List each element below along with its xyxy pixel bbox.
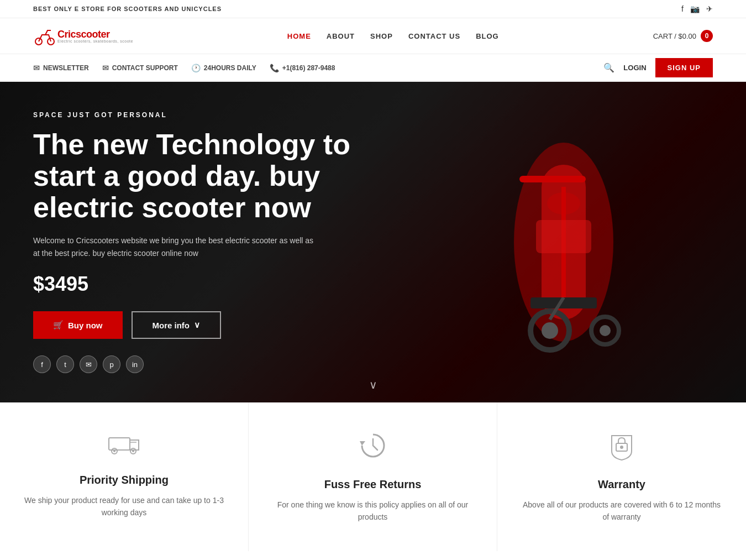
brand-name-main: Cricscooter bbox=[57, 29, 133, 39]
hero-section: SPACE JUST GOT PERSONAL The new Technolo… bbox=[0, 82, 746, 402]
hero-content: SPACE JUST GOT PERSONAL The new Technolo… bbox=[0, 111, 387, 373]
brand-name: Cricscooter Electric scooters, skateboar… bbox=[57, 29, 133, 43]
contact-support-icon: ✉ bbox=[102, 64, 109, 72]
phone-item[interactable]: 📞 +1(816) 287-9488 bbox=[270, 56, 335, 80]
contact-support-label: CONTACT SUPPORT bbox=[112, 64, 178, 72]
cart-area[interactable]: CART / $0.00 0 bbox=[653, 30, 713, 42]
hero-social-icons: f t ✉ p in bbox=[33, 355, 354, 373]
feature-returns: Fuss Free Returns For one thing we know … bbox=[249, 402, 497, 551]
svg-point-7 bbox=[542, 322, 558, 339]
share-linkedin-icon[interactable]: in bbox=[126, 355, 144, 373]
sub-nav-right: 🔍 LOGIN SIGN UP bbox=[603, 58, 713, 77]
search-button[interactable]: 🔍 bbox=[603, 62, 614, 73]
newsletter-item[interactable]: ✉ NEWSLETTER bbox=[33, 56, 89, 80]
share-twitter-icon[interactable]: t bbox=[56, 355, 74, 373]
cart-icon: 🛒 bbox=[53, 320, 64, 330]
top-bar-social-icons: f 📷 ✈ bbox=[681, 4, 713, 13]
logo-icon bbox=[33, 25, 55, 47]
feature-shipping: Priority Shipping We ship your product r… bbox=[0, 402, 249, 551]
hours-item: 🕐 24HOURS DAILY bbox=[191, 56, 256, 80]
signup-button[interactable]: SIGN UP bbox=[655, 58, 713, 77]
brand-tagline: Electric scooters, skateboards, scoote bbox=[57, 39, 133, 43]
svg-point-22 bbox=[620, 446, 623, 449]
svg-rect-14 bbox=[109, 438, 130, 450]
share-email-icon[interactable]: ✉ bbox=[80, 355, 97, 373]
hero-price: $3495 bbox=[33, 273, 354, 296]
hero-scooter-image bbox=[425, 98, 702, 386]
feature-warranty: Warranty Above all of our products are c… bbox=[497, 402, 746, 551]
scroll-down-indicator[interactable]: ∨ bbox=[369, 378, 377, 391]
phone-number: +1(816) 287-9488 bbox=[282, 64, 335, 72]
returns-desc: For one thing we know is this policy app… bbox=[271, 499, 475, 524]
contact-support-item[interactable]: ✉ CONTACT SUPPORT bbox=[102, 56, 178, 80]
top-bar: BEST ONLY E STORE FOR SCOOTERS AND UNICY… bbox=[0, 0, 746, 18]
chevron-down-icon: ∨ bbox=[194, 320, 200, 330]
newsletter-label: NEWSLETTER bbox=[43, 64, 89, 72]
nav-shop[interactable]: SHOP bbox=[370, 32, 393, 40]
warranty-desc: Above all of our products are covered wi… bbox=[519, 499, 724, 524]
hours-label: 24HOURS DAILY bbox=[204, 64, 256, 72]
facebook-icon[interactable]: f bbox=[681, 4, 684, 13]
warranty-title: Warranty bbox=[519, 478, 724, 491]
hero-description: Welcome to Cricscooters website we bring… bbox=[33, 234, 321, 259]
nav-about[interactable]: ABOUT bbox=[327, 32, 355, 40]
sub-nav-left: ✉ NEWSLETTER ✉ CONTACT SUPPORT 🕐 24HOURS… bbox=[33, 56, 335, 80]
share-facebook-icon[interactable]: f bbox=[33, 355, 51, 373]
shipping-title: Priority Shipping bbox=[22, 474, 226, 486]
top-bar-announcement: BEST ONLY E STORE FOR SCOOTERS AND UNICY… bbox=[33, 6, 222, 12]
newsletter-icon: ✉ bbox=[33, 64, 40, 72]
nav-home[interactable]: HOME bbox=[287, 32, 311, 40]
shipping-icon bbox=[22, 430, 226, 463]
hero-buttons: 🛒 Buy now More info ∨ bbox=[33, 311, 354, 339]
login-button[interactable]: LOGIN bbox=[623, 64, 646, 72]
nav-contact[interactable]: CONTACT US bbox=[408, 32, 460, 40]
svg-point-19 bbox=[113, 450, 115, 452]
shipping-desc: We ship your product ready for use and c… bbox=[22, 494, 226, 519]
svg-point-20 bbox=[132, 450, 134, 452]
buy-now-button[interactable]: 🛒 Buy now bbox=[33, 311, 123, 339]
phone-icon: 📞 bbox=[270, 64, 279, 72]
svg-rect-4 bbox=[519, 176, 586, 182]
features-section: Priority Shipping We ship your product r… bbox=[0, 402, 746, 551]
scooter-svg bbox=[453, 109, 674, 375]
returns-title: Fuss Free Returns bbox=[271, 478, 475, 491]
cart-count: 0 bbox=[701, 30, 713, 42]
svg-rect-12 bbox=[536, 220, 591, 253]
telegram-icon[interactable]: ✈ bbox=[706, 4, 713, 13]
returns-icon bbox=[271, 430, 475, 467]
nav-blog[interactable]: BLOG bbox=[476, 32, 499, 40]
svg-point-9 bbox=[600, 325, 611, 336]
instagram-icon[interactable]: 📷 bbox=[690, 4, 700, 13]
hero-tagline: SPACE JUST GOT PERSONAL bbox=[33, 111, 354, 119]
navbar: Cricscooter Electric scooters, skateboar… bbox=[0, 18, 746, 54]
sub-nav: ✉ NEWSLETTER ✉ CONTACT SUPPORT 🕐 24HOURS… bbox=[0, 54, 746, 82]
cart-label: CART / $0.00 bbox=[653, 32, 696, 40]
svg-point-13 bbox=[547, 192, 580, 214]
more-info-button[interactable]: More info ∨ bbox=[132, 311, 222, 339]
hero-title: The new Technology to start a good day. … bbox=[33, 129, 354, 224]
share-pinterest-icon[interactable]: p bbox=[103, 355, 120, 373]
nav-links: HOME ABOUT SHOP CONTACT US BLOG bbox=[287, 32, 499, 40]
logo-area[interactable]: Cricscooter Electric scooters, skateboar… bbox=[33, 25, 133, 47]
clock-icon: 🕐 bbox=[191, 64, 201, 72]
brand-logo[interactable]: Cricscooter Electric scooters, skateboar… bbox=[33, 25, 133, 47]
warranty-icon bbox=[519, 430, 724, 467]
